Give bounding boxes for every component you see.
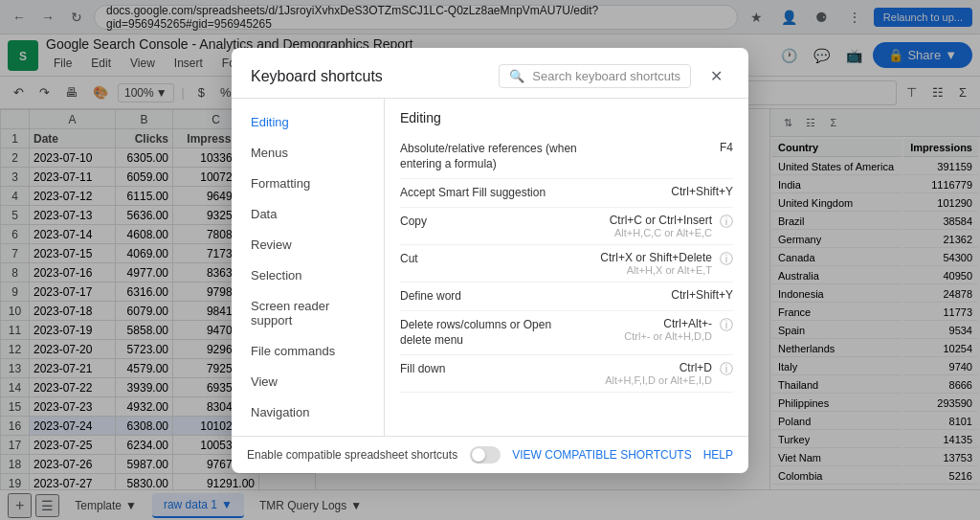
delete-info-icon[interactable]: ⓘ [720,317,733,334]
shortcut-row-define: Define word Ctrl+Shift+Y [400,283,733,311]
shortcut-row-fill-down: Fill down Ctrl+D Alt+H,F,I,D or Alt+E,I,… [400,355,733,393]
shortcut-key-copy: Ctrl+C or Ctrl+Insert [588,214,712,227]
shortcut-key-define: Ctrl+Shift+Y [618,288,733,302]
shortcut-key-delete: Ctrl+Alt+- [588,317,712,330]
nav-file-commands[interactable]: File commands [235,336,380,366]
shortcut-row-absolute: Absolute/relative references (when enter… [400,135,733,180]
compatible-toggle[interactable] [470,446,501,463]
shortcut-key-delete-alt: Ctrl+- or Alt+H,D,D [588,330,712,342]
modal-sidebar: Editing Menus Formatting Data Review Sel… [232,99,385,436]
shortcut-desc-cut: Cut [400,251,580,267]
shortcut-row-smart-fill: Accept Smart Fill suggestion Ctrl+Shift+… [400,179,733,208]
nav-view[interactable]: View [235,367,380,396]
view-compatible-button[interactable]: VIEW COMPATIBLE SHORTCUTS [512,448,691,462]
help-button[interactable]: HELP [703,448,733,462]
nav-review[interactable]: Review [235,230,380,260]
shortcut-desc-copy: Copy [400,214,580,230]
modal-content: Editing Absolute/relative references (wh… [385,99,748,436]
shortcut-row-delete: Delete rows/columns or Open delete menu … [400,311,733,356]
fill-down-info-icon[interactable]: ⓘ [720,361,733,378]
shortcut-key-cut: Ctrl+X or Shift+Delete [588,251,712,264]
nav-navigation[interactable]: Navigation [235,397,380,427]
nav-editing[interactable]: Editing [235,107,380,137]
shortcut-key-smart-fill: Ctrl+Shift+Y [618,185,733,198]
shortcut-desc-define: Define word [400,288,611,305]
toggle-knob [472,448,485,462]
compatible-label: Enable compatible spreadsheet shortcuts [247,448,458,462]
shortcut-row-cut: Cut Ctrl+X or Shift+Delete Alt+H,X or Al… [400,245,733,283]
modal-close-button[interactable]: ✕ [702,63,729,90]
copy-info-icon[interactable]: ⓘ [720,214,733,231]
shortcut-key-fill-down-alt: Alt+H,F,I,D or Alt+E,I,D [588,374,712,386]
shortcut-key-fill-down: Ctrl+D [588,361,712,374]
modal-header: Keyboard shortcuts 🔍 Search keyboard sho… [232,48,748,99]
shortcut-desc-absolute: Absolute/relative references (when enter… [400,141,611,173]
nav-formatting[interactable]: Formatting [235,169,380,198]
shortcut-row-copy: Copy Ctrl+C or Ctrl+Insert Alt+H,C,C or … [400,208,733,245]
search-icon: 🔍 [509,69,524,83]
shortcut-desc-fill-down: Fill down [400,361,580,377]
modal-search-box[interactable]: 🔍 Search keyboard shortcuts [499,64,691,88]
keyboard-shortcuts-modal: Keyboard shortcuts 🔍 Search keyboard sho… [232,48,748,473]
shortcut-key-copy-alt: Alt+H,C,C or Alt+E,C [588,227,712,238]
shortcut-desc-smart-fill: Accept Smart Fill suggestion [400,185,611,201]
section-editing-title: Editing [400,110,733,125]
shortcut-key-absolute: F4 [618,141,733,154]
nav-screen-reader[interactable]: Screen reader support [235,291,380,335]
nav-menus[interactable]: Menus [235,138,380,168]
cut-info-icon[interactable]: ⓘ [720,251,733,268]
shortcut-key-cut-alt: Alt+H,X or Alt+E,T [588,264,712,276]
nav-data[interactable]: Data [235,199,380,229]
modal-footer: Enable compatible spreadsheet shortcuts … [232,436,748,473]
modal-body: Editing Menus Formatting Data Review Sel… [232,99,748,436]
search-placeholder: Search keyboard shortcuts [532,69,680,83]
shortcut-desc-delete: Delete rows/columns or Open delete menu [400,317,580,350]
modal-overlay: Keyboard shortcuts 🔍 Search keyboard sho… [0,0,980,520]
nav-selection[interactable]: Selection [235,260,380,290]
modal-title: Keyboard shortcuts [251,68,487,85]
